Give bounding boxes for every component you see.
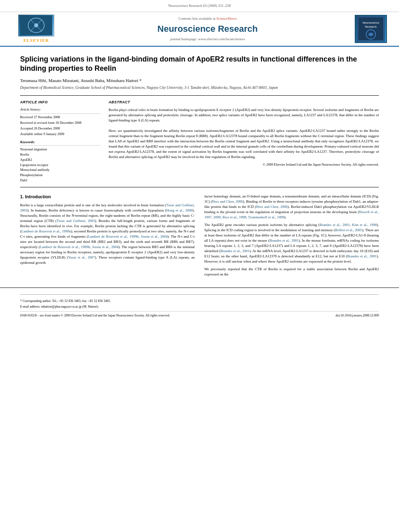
info-section: ARTICLE INFO Article history: Received 2…	[20, 95, 379, 187]
keywords-list: Neuronal migration Reelin ApoER2 Lipopro…	[20, 147, 101, 183]
intro-para-3: The ApoER2 gene encodes various protein …	[204, 222, 379, 264]
keywords-label: Keywords:	[20, 140, 101, 146]
abstract-heading: ABSTRACT	[109, 100, 379, 105]
svg-point-4	[34, 23, 38, 27]
body-col-right: factor homology domain, an O-linked suga…	[204, 194, 379, 280]
intro-para-1: Reelin is a large extracellular protein …	[20, 203, 195, 266]
page-footer: * Corresponding author. Tel.: +81 52 836…	[0, 288, 399, 320]
journal-ref: Neuroscience Research 63 (2009) 251–258	[8, 3, 391, 8]
abstract-col: ABSTRACT Reelin plays critical roles in …	[109, 100, 379, 183]
footer-bottom: 0168-0102/$ – see front matter © 2009 El…	[20, 311, 379, 318]
article-info-heading: ARTICLE INFO	[20, 100, 101, 105]
elsevier-text: ELSEVIER	[23, 37, 49, 43]
body-col-left: 1. Introduction Reelin is a large extrac…	[20, 194, 195, 280]
abstract-text: Reelin plays critical roles in brain for…	[109, 107, 379, 160]
footer-doi: doi:10.1016/j.neures.2008.12.009	[335, 313, 379, 318]
journal-title-banner: Neuroscience Research	[60, 23, 355, 35]
authors: Terumasa Hibi, Masato Mizutani, Atsushi …	[20, 78, 379, 84]
keyword-6: Phosphorylation	[20, 173, 101, 178]
keyword-5: Monoclonal antibody	[20, 167, 101, 173]
intro-para-4: We previously reported that the CTR of R…	[204, 267, 379, 277]
journal-header: Neuroscience Research 63 (2009) 251–258	[0, 0, 399, 12]
svg-text:Neuroscience: Neuroscience	[362, 22, 379, 25]
corresponding-author: * Corresponding author. Tel.: +81 52 836…	[20, 299, 379, 303]
keyword-4: Lipoprotein receptor	[20, 162, 101, 168]
keyword-3: ApoER2	[20, 157, 101, 162]
keyword-1: Neuronal migration	[20, 147, 101, 152]
history-label: Article history:	[20, 107, 101, 114]
svg-rect-5	[357, 16, 385, 41]
footer-divider	[20, 294, 379, 295]
journal-banner: ELSEVIER Contents lists available at Sci…	[0, 12, 399, 47]
body-columns: 1. Introduction Reelin is a large extrac…	[20, 194, 379, 280]
article-title: Splicing variations in the ligand-bindin…	[20, 55, 379, 74]
main-content: Splicing variations in the ligand-bindin…	[0, 47, 399, 288]
received-date: Received 27 November 2008	[20, 115, 101, 120]
keyword-2: Reelin	[20, 152, 101, 157]
revised-date: Received in revised form 18 December 200…	[20, 121, 101, 125]
page: Neuroscience Research 63 (2009) 251–258 …	[0, 0, 399, 532]
intro-section-title: 1. Introduction	[20, 194, 195, 200]
journal-logo-right: Neuroscience Research	[355, 15, 387, 43]
journal-center: Contents lists available at ScienceDirec…	[60, 16, 355, 41]
sciencedirect-link: Contents lists available at ScienceDirec…	[60, 16, 355, 21]
footer-copyright: 0168-0102/$ – see front matter © 2009 El…	[20, 313, 170, 318]
accepted-date: Accepted 26 December 2008	[20, 126, 101, 131]
intro-para-2: factor homology domain, an O-linked suga…	[204, 194, 379, 220]
affiliation: Department of Biomedical Science, Gradua…	[20, 85, 379, 90]
email-footnote: E-mail address: mhattori@phar.nagoya-cu.…	[20, 304, 379, 309]
svg-text:Research: Research	[365, 25, 376, 28]
article-info: ARTICLE INFO Article history: Received 2…	[20, 100, 101, 183]
keyword-7: Dab1	[20, 178, 101, 183]
abstract-copyright: © 2009 Elsevier Ireland Ltd and the Japa…	[109, 162, 379, 167]
available-date: Available online 9 January 2009	[20, 132, 101, 137]
sciencedirect-brand[interactable]: ScienceDirect	[216, 16, 237, 21]
elsevier-logo: ELSEVIER	[12, 14, 60, 43]
elsevier-logo-image	[18, 14, 54, 37]
journal-homepage: journal homepage: www.elsevier.com/locat…	[60, 37, 355, 42]
